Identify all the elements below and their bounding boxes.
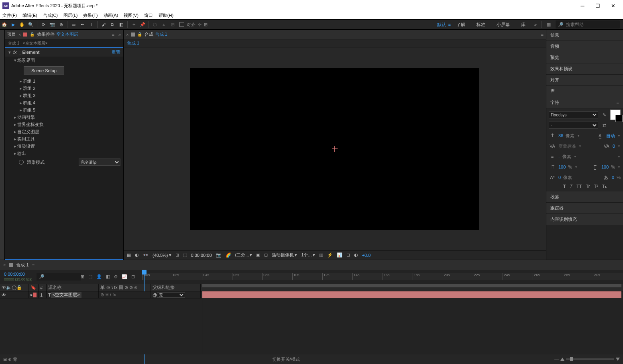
scene-setup-button[interactable]: Scene Setup: [24, 66, 64, 75]
rotobrush-tool-icon[interactable]: ✧: [129, 20, 138, 29]
current-time[interactable]: 0:00:00:00 00000 (25.00 fps): [0, 272, 37, 282]
section-anim[interactable]: ▸动画引擎: [5, 114, 123, 121]
selection-tool-icon[interactable]: ▶: [9, 20, 18, 29]
puppet-tool-icon[interactable]: 📌: [138, 20, 147, 29]
panel-tracker[interactable]: 跟踪器: [546, 203, 623, 214]
menu-view[interactable]: 视图(V): [124, 12, 138, 18]
lock-icon[interactable]: 🔒: [30, 32, 35, 37]
superscript[interactable]: T¹: [594, 184, 598, 189]
workspace-learn[interactable]: 了解: [451, 22, 471, 28]
font-style-select[interactable]: -: [549, 122, 598, 129]
pen-tool-icon[interactable]: ✒: [78, 20, 87, 29]
work-area-bar[interactable]: [202, 284, 621, 287]
font-size[interactable]: 36: [558, 133, 563, 138]
composition-tab[interactable]: × 🔒 合成 合成 1 ≡: [124, 30, 546, 39]
graph-editor-icon[interactable]: 📈: [122, 274, 127, 279]
render-mode-select[interactable]: 完全渲染: [79, 159, 120, 166]
menu-composition[interactable]: 合成(C): [43, 12, 58, 18]
tracking[interactable]: 0: [613, 144, 615, 148]
roi-icon[interactable]: ⬚: [183, 252, 187, 258]
label-col[interactable]: 🔖: [29, 284, 39, 291]
all-caps[interactable]: TT: [576, 184, 582, 189]
menu-layer[interactable]: 图层(L): [63, 12, 77, 18]
parent-col[interactable]: 父级和链接: [151, 284, 201, 291]
toggle-modes-label[interactable]: 切换开关/模式: [272, 356, 300, 362]
parent-select[interactable]: 无: [157, 292, 185, 298]
comp-subtab[interactable]: 合成 1: [124, 39, 546, 47]
section-world[interactable]: ▸世界坐标变换: [5, 121, 123, 128]
views-dropdown[interactable]: 1个... ▾: [301, 252, 315, 258]
swap-colors-icon[interactable]: ⇄: [601, 123, 608, 128]
stroke-color-swatch[interactable]: [615, 115, 623, 122]
layer-bar-1[interactable]: [202, 291, 621, 298]
panel-paragraph[interactable]: 段落: [546, 191, 623, 203]
panel-menu-icon[interactable]: ≡: [112, 32, 114, 37]
group-1[interactable]: ▸群组 1: [5, 77, 123, 85]
effect-reset[interactable]: 重置: [112, 49, 120, 55]
close-button[interactable]: ✕: [605, 0, 621, 11]
timeline-tab[interactable]: × 合成 1 ≡: [0, 260, 623, 270]
comp-panel-menu-icon[interactable]: ≡: [541, 32, 544, 37]
tab-close-icon[interactable]: ×: [18, 32, 21, 37]
hand-tool-icon[interactable]: ✋: [18, 20, 26, 29]
home-tool-icon[interactable]: 🏠: [0, 20, 9, 29]
timeline-close-icon[interactable]: ×: [3, 262, 6, 267]
panel-grid-icon[interactable]: ▦: [547, 22, 551, 27]
pan-behind-tool-icon[interactable]: ⊕: [57, 20, 65, 29]
leading[interactable]: 自动: [606, 133, 615, 139]
workspace-overflow-icon[interactable]: »: [531, 20, 540, 29]
faux-italic[interactable]: T: [570, 184, 572, 189]
panel-content-aware[interactable]: 内容识别填充: [546, 214, 623, 225]
eraser-tool-icon[interactable]: ◧: [117, 20, 126, 29]
snap-toggle[interactable]: 对齐 ⊹⊞: [177, 22, 210, 28]
menu-help[interactable]: 帮助(H): [159, 12, 173, 18]
workspace-small[interactable]: 小屏幕: [491, 22, 515, 28]
menu-animation[interactable]: 动画(A): [104, 12, 118, 18]
group-2[interactable]: ▸群组 2: [5, 85, 123, 92]
section-util[interactable]: ▸实用工具: [5, 135, 123, 142]
group-3[interactable]: ▸群组 3: [5, 92, 123, 99]
menu-effect[interactable]: 效果(T): [83, 12, 98, 18]
effect-element-header[interactable]: ▾fx ⬚ Element 重置: [5, 48, 123, 57]
timeline-menu-icon[interactable]: ≡: [32, 262, 35, 267]
grid-icon[interactable]: ▣: [256, 252, 260, 258]
num-col[interactable]: #: [39, 284, 47, 291]
eye-icon[interactable]: 👁: [2, 293, 6, 297]
pixel-aspect-icon[interactable]: ▥: [319, 252, 323, 258]
timeline-icon[interactable]: 📊: [337, 252, 342, 258]
panel-character[interactable]: 字符≡: [546, 97, 623, 108]
exposure-reset-icon[interactable]: ◐: [354, 252, 358, 258]
draft3d-icon[interactable]: ⬚: [88, 274, 92, 279]
menu-window[interactable]: 窗口: [144, 12, 153, 18]
timecode-display[interactable]: 0:00:00:00: [191, 253, 212, 258]
camera-dropdown[interactable]: 活动摄像机 ▾: [272, 252, 297, 258]
menu-edit[interactable]: 编辑(E): [22, 12, 37, 18]
group-4[interactable]: ▸群组 4: [5, 99, 123, 106]
font-family-select[interactable]: Fixedsys: [549, 111, 598, 118]
group-5[interactable]: ▸群组 5: [5, 106, 123, 114]
orbit-tool-icon[interactable]: ⟳: [39, 20, 48, 29]
minimize-button[interactable]: ─: [575, 0, 590, 11]
anchor-point-icon[interactable]: [332, 146, 338, 152]
section-scene[interactable]: ▾场景界面: [5, 57, 123, 64]
time-ruler[interactable]: :00s02s 04s06s 08s10s 12s14s 16s18s 20s2…: [142, 270, 623, 284]
panel-preview[interactable]: 预览: [546, 52, 623, 63]
pickwhip-icon[interactable]: @: [153, 293, 157, 297]
timeline-zoom[interactable]: —: [554, 357, 620, 362]
workspace-library[interactable]: 库: [515, 22, 531, 28]
source-col[interactable]: 源名称: [47, 284, 99, 291]
collapsed-left-dock[interactable]: [0, 30, 5, 260]
panel-info[interactable]: 信息: [546, 30, 623, 41]
panel-audio[interactable]: 音频: [546, 41, 623, 52]
stopwatch-icon[interactable]: [19, 160, 24, 165]
flowchart-icon[interactable]: ⊟: [346, 252, 350, 258]
guides-icon[interactable]: ⊡: [264, 252, 268, 258]
panel-overflow-icon[interactable]: »: [118, 32, 121, 37]
section-custom[interactable]: ▸自定义图层: [5, 128, 123, 135]
project-tab-stub[interactable]: 项目: [7, 31, 16, 37]
timeline-tracks[interactable]: [202, 291, 623, 354]
composition-canvas[interactable]: [190, 68, 479, 230]
faux-bold[interactable]: T: [563, 184, 566, 189]
3d-icon[interactable]: 👓: [143, 252, 149, 258]
comp-lock-icon[interactable]: 🔒: [137, 32, 142, 37]
